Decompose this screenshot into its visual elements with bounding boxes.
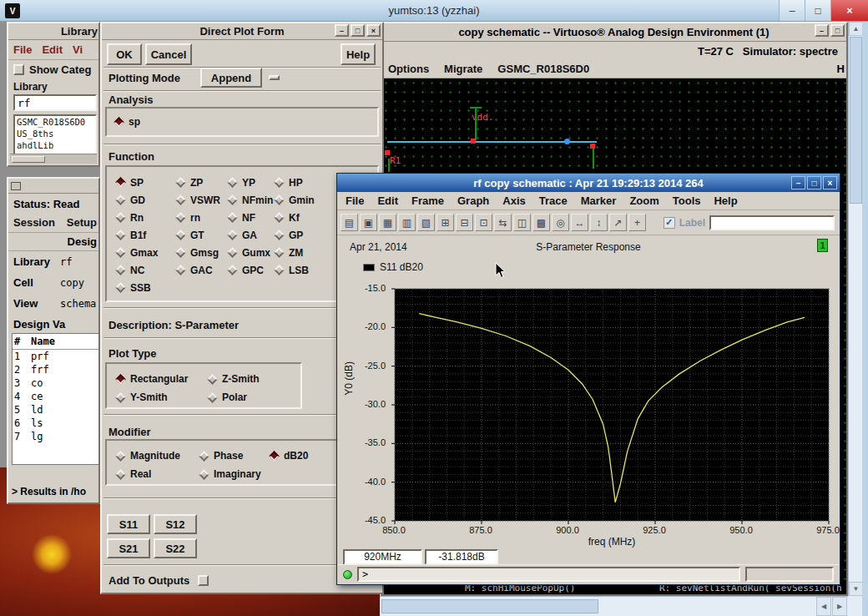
pin-square[interactable] [471, 139, 476, 144]
inductor-symbol[interactable] [593, 149, 594, 169]
vertical-scroll-thumb[interactable] [850, 37, 862, 204]
modifier-option[interactable]: Phase [200, 450, 270, 462]
function-option[interactable]: GD [117, 194, 177, 206]
modifier-option[interactable]: Imaginary [200, 468, 270, 480]
command-prompt[interactable]: > [357, 567, 740, 582]
frf[interactable]: 2 frf [13, 363, 99, 376]
cancel-button[interactable]: Cancel [145, 43, 192, 65]
function-option[interactable]: NF [229, 212, 275, 224]
swap-axes-icon[interactable]: ⇆ [494, 214, 512, 231]
grid-icon[interactable]: ▦ [379, 214, 396, 231]
snapshot-icon[interactable]: ▣ [360, 214, 377, 231]
ce[interactable]: 4 ce [13, 390, 99, 403]
menu-item[interactable]: Frame [411, 194, 444, 207]
modifier-option[interactable]: Real [117, 468, 200, 480]
plot-type-option[interactable]: Y-Smith [117, 391, 209, 403]
function-option[interactable]: ZP [177, 177, 229, 189]
wire-node[interactable] [564, 139, 570, 144]
horizontal-scroll-thumb[interactable] [381, 599, 598, 613]
close-subwindow-icon[interactable]: ⊟ [456, 214, 473, 231]
add-trace-icon[interactable]: + [628, 214, 646, 231]
plot-type-option[interactable]: Z-Smith [209, 373, 300, 385]
scroll-right-icon[interactable] [832, 597, 847, 616]
print-icon[interactable]: ▤ [341, 214, 358, 231]
menu-item[interactable]: Trace [539, 194, 568, 207]
fit-x-icon[interactable]: ↔ [571, 214, 588, 231]
minimize-icon[interactable] [791, 176, 805, 189]
function-option[interactable]: NC [117, 265, 177, 276]
direct-plot-titlebar[interactable]: Direct Plot Form [102, 23, 382, 40]
function-option[interactable]: Gmax [117, 247, 177, 259]
label-input[interactable] [709, 215, 835, 230]
add-to-outputs-checkbox[interactable] [198, 575, 209, 586]
sparam-button[interactable]: S12 [154, 514, 197, 534]
menu-item[interactable]: Options [388, 63, 429, 75]
vnc-titlebar[interactable]: V yumtso:13 (yzzhai) [0, 0, 868, 22]
menu-item[interactable]: Tools [673, 194, 701, 207]
minimize-icon[interactable] [335, 24, 349, 37]
menu-item[interactable]: File [13, 43, 32, 56]
resistor-symbol[interactable] [388, 159, 390, 172]
library-manager-titlebar[interactable]: Library [8, 23, 98, 40]
scroll-down-icon[interactable] [849, 582, 863, 596]
plotting-mode-dropdown[interactable]: Append [200, 68, 262, 88]
minimize-icon[interactable] [815, 24, 829, 37]
library-item[interactable]: US_8ths [15, 128, 95, 139]
lg[interactable]: 7 lg [13, 430, 99, 443]
function-option[interactable]: VSWR [177, 194, 229, 206]
show-categories-checkbox[interactable] [13, 64, 24, 75]
waveform-titlebar[interactable]: rf copy schematic : Apr 21 19:29:13 2014… [337, 174, 840, 192]
prf[interactable]: 1 prf [13, 350, 99, 363]
window-menu-icon[interactable] [11, 182, 21, 190]
close-button[interactable] [830, 0, 868, 21]
analysis-option[interactable]: sp [115, 116, 140, 128]
label-checkbox[interactable] [664, 217, 675, 229]
ld[interactable]: 5 ld [13, 403, 99, 417]
function-option[interactable]: Rn [117, 212, 177, 224]
subwindow-icon[interactable]: ⊡ [475, 214, 492, 231]
help-menu[interactable]: H [837, 63, 845, 75]
horizontal-scrollbar[interactable] [380, 596, 848, 616]
ade-session-titlebar[interactable] [8, 179, 98, 194]
table-icon[interactable]: ▩ [532, 214, 550, 231]
function-option[interactable]: SP [117, 177, 177, 189]
plot-area[interactable] [394, 288, 830, 522]
page-badge[interactable]: 1 [817, 239, 828, 252]
sparam-button[interactable]: S21 [107, 538, 150, 558]
ls[interactable]: 6 ls [13, 417, 99, 430]
menu-item[interactable]: Graph [457, 194, 489, 207]
function-option[interactable]: GAC [177, 265, 229, 276]
minimize-button[interactable] [779, 0, 805, 21]
function-option[interactable]: Gumx [229, 247, 275, 259]
menu-item[interactable]: Session [13, 216, 55, 229]
function-option[interactable]: GT [177, 230, 229, 241]
new-subwindow-icon[interactable]: ⊞ [437, 214, 454, 231]
sparam-button[interactable]: S22 [154, 538, 197, 558]
function-option[interactable]: Gmsg [177, 247, 229, 259]
fit-y-icon[interactable]: ↕ [590, 214, 608, 231]
menu-item[interactable]: Migrate [444, 63, 482, 75]
zoom-fit-icon[interactable]: ↗ [609, 214, 627, 231]
menu-item[interactable]: Marker [581, 194, 617, 207]
co[interactable]: 3 co [13, 376, 99, 390]
ok-button[interactable]: OK [107, 43, 142, 65]
library-filter-input[interactable] [13, 94, 97, 111]
close-icon[interactable] [823, 176, 837, 189]
library-item[interactable]: GSMC_R018S6D0 [15, 116, 95, 128]
menu-item[interactable]: Axis [502, 194, 525, 207]
plot-type-option[interactable]: Polar [209, 391, 300, 403]
menu-item[interactable]: File [346, 194, 364, 207]
vertical-scrollbar[interactable] [848, 22, 862, 596]
maximize-button[interactable] [805, 0, 830, 21]
function-option[interactable]: YP [229, 177, 275, 189]
maximize-icon[interactable] [351, 24, 365, 37]
function-option[interactable]: B1f [117, 230, 177, 241]
function-option[interactable]: rn [177, 212, 229, 224]
maximize-icon[interactable] [830, 24, 845, 37]
menu-item[interactable]: Help [714, 194, 737, 207]
function-option[interactable]: SSB [117, 282, 177, 294]
menu-item[interactable]: Setup [67, 216, 97, 229]
menu-item[interactable]: Vi [73, 43, 83, 56]
plot-type-option[interactable]: Rectangular [117, 373, 209, 385]
marker-icon[interactable]: ◎ [552, 214, 569, 231]
